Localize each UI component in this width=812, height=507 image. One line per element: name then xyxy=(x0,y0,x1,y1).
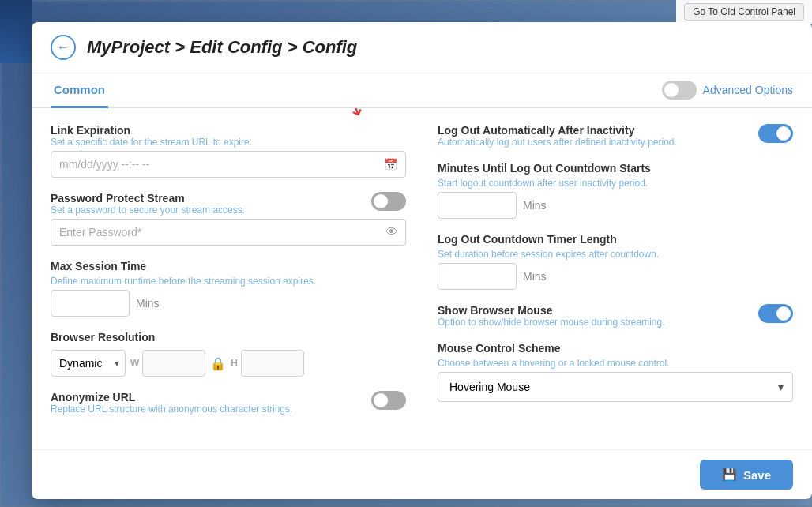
height-input[interactable]: 1080 xyxy=(241,350,304,377)
width-input[interactable]: 1920 xyxy=(142,350,205,377)
anonymize-url-desc: Replace URL structure with anonymous cha… xyxy=(51,404,292,415)
countdown-timer-unit: Mins xyxy=(523,270,547,283)
show-browser-mouse-slider xyxy=(758,304,793,323)
advanced-options-slider xyxy=(662,81,697,100)
logout-inactivity-group: Log Out Automatically After Inactivity A… xyxy=(438,124,793,148)
password-protect-labels: Password Protect Stream Set a password t… xyxy=(51,192,245,216)
countdown-timer-group: Log Out Countdown Timer Length Set durat… xyxy=(438,233,793,290)
countdown-timer-input-row: 1 Mins xyxy=(438,263,793,290)
advanced-options-label: Advanced Options xyxy=(703,84,793,96)
resolution-select-wrapper: Dynamic Custom xyxy=(51,350,126,377)
logout-inactivity-toggle[interactable] xyxy=(758,124,793,143)
minutes-logout-group: Minutes Until Log Out Countdown Starts S… xyxy=(438,162,793,219)
anonymize-url-header: Anonymize URL Replace URL structure with… xyxy=(51,391,406,415)
advanced-options-toggle[interactable]: Advanced Options xyxy=(662,81,793,100)
breadcrumb-sep1: > xyxy=(170,37,190,57)
breadcrumb-section: Edit Config xyxy=(190,37,282,57)
password-protect-group: Password Protect Stream Set a password t… xyxy=(51,192,406,246)
old-panel-button[interactable]: Go To Old Control Panel xyxy=(684,3,804,21)
max-session-input[interactable]: 15 xyxy=(51,290,130,317)
back-button[interactable]: ← xyxy=(51,35,76,60)
breadcrumb-sep2: > xyxy=(283,37,303,57)
left-column: Link Expiration Set a specific date for … xyxy=(51,124,406,434)
anonymize-url-label: Anonymize URL xyxy=(51,391,292,404)
red-arrow-indicator: ↘ xyxy=(342,108,370,122)
breadcrumb-page: Config xyxy=(303,37,358,57)
height-label: H xyxy=(231,358,238,369)
show-browser-mouse-labels: Show Browser Mouse Option to show/hide b… xyxy=(438,304,664,328)
show-browser-mouse-group: Show Browser Mouse Option to show/hide b… xyxy=(438,304,793,328)
password-protect-header: Password Protect Stream Set a password t… xyxy=(51,192,406,216)
breadcrumb: MyProject > Edit Config > Config xyxy=(87,37,357,58)
eye-icon[interactable]: 👁 xyxy=(385,225,398,239)
width-input-item: W 1920 xyxy=(130,350,205,377)
minutes-logout-input-row: 5 Mins xyxy=(438,192,793,219)
anonymize-url-slider xyxy=(371,391,406,410)
modal-header: ← MyProject > Edit Config > Config xyxy=(32,22,812,73)
minutes-logout-label: Minutes Until Log Out Countdown Starts xyxy=(438,162,793,175)
minutes-logout-input[interactable]: 5 xyxy=(438,192,517,219)
max-session-input-row: 15 Mins xyxy=(51,290,406,317)
link-expiration-date-input[interactable]: mm/dd/yyyy --:-- -- 📅 xyxy=(51,151,406,178)
password-protect-label: Password Protect Stream xyxy=(51,192,245,205)
mouse-control-select[interactable]: Hovering Mouse Locked Mouse xyxy=(438,372,793,402)
password-input[interactable] xyxy=(51,219,406,246)
save-label: Save xyxy=(743,468,771,482)
link-expiration-labels: Link Expiration Set a specific date for … xyxy=(51,124,252,148)
sidebar-logo-bg xyxy=(0,0,32,63)
countdown-timer-label: Log Out Countdown Timer Length xyxy=(438,233,793,246)
countdown-timer-input[interactable]: 1 xyxy=(438,263,517,290)
password-protect-toggle[interactable] xyxy=(371,192,406,211)
logout-inactivity-label: Log Out Automatically After Inactivity xyxy=(438,124,677,137)
anonymize-url-toggle[interactable] xyxy=(371,391,406,410)
link-expiration-header: Link Expiration Set a specific date for … xyxy=(51,124,406,148)
mouse-control-desc: Choose between a hovering or a locked mo… xyxy=(438,358,793,369)
max-session-label: Max Session Time xyxy=(51,260,406,272)
logout-inactivity-header: Log Out Automatically After Inactivity A… xyxy=(438,124,793,148)
link-expiration-group: Link Expiration Set a specific date for … xyxy=(51,124,406,178)
logout-inactivity-desc: Automatically log out users after define… xyxy=(438,137,677,148)
link-expiration-desc: Set a specific date for the stream URL t… xyxy=(51,137,252,148)
show-browser-mouse-toggle[interactable] xyxy=(758,304,793,323)
right-column: Log Out Automatically After Inactivity A… xyxy=(438,124,793,434)
logout-inactivity-labels: Log Out Automatically After Inactivity A… xyxy=(438,124,677,148)
modal-tabs: Common Advanced Options xyxy=(32,73,812,108)
resolution-select[interactable]: Dynamic Custom xyxy=(51,350,126,377)
mouse-control-label: Mouse Control Scheme xyxy=(438,342,793,355)
lock-icon: 🔒 xyxy=(210,356,226,371)
resolution-row: Dynamic Custom W 1920 🔒 H 1080 xyxy=(51,350,406,377)
countdown-timer-desc: Set duration before session expires afte… xyxy=(438,249,793,260)
modal-footer: 💾 Save xyxy=(32,449,812,499)
show-browser-mouse-desc: Option to show/hide browser mouse during… xyxy=(438,317,664,328)
logout-inactivity-slider xyxy=(758,124,793,143)
password-protect-slider xyxy=(371,192,406,211)
password-protect-desc: Set a password to secure your stream acc… xyxy=(51,205,245,216)
date-placeholder: mm/dd/yyyy --:-- -- xyxy=(59,158,149,171)
config-modal: ← MyProject > Edit Config > Config Commo… xyxy=(32,22,812,499)
tab-common[interactable]: Common xyxy=(51,73,108,108)
calendar-icon: 📅 xyxy=(384,158,397,171)
max-session-group: Max Session Time Define maximum runtime … xyxy=(51,260,406,317)
top-bar: Go To Old Control Panel xyxy=(676,0,812,24)
minutes-logout-desc: Start logout countdown after user inacti… xyxy=(438,178,793,189)
show-browser-mouse-label: Show Browser Mouse xyxy=(438,304,664,317)
save-button[interactable]: 💾 Save xyxy=(700,460,793,490)
max-session-desc: Define maximum runtime before the stream… xyxy=(51,276,406,287)
password-input-wrapper: 👁 xyxy=(51,219,406,246)
browser-resolution-group: Browser Resolution Dynamic Custom W 1920… xyxy=(51,331,406,377)
anonymize-url-labels: Anonymize URL Replace URL structure with… xyxy=(51,391,292,415)
height-input-item: H 1080 xyxy=(231,350,304,377)
modal-body: Link Expiration Set a specific date for … xyxy=(32,108,812,449)
minutes-logout-unit: Mins xyxy=(523,199,547,212)
anonymize-url-group: Anonymize URL Replace URL structure with… xyxy=(51,391,406,415)
browser-resolution-label: Browser Resolution xyxy=(51,331,406,344)
mouse-control-select-wrapper: Hovering Mouse Locked Mouse xyxy=(438,372,793,402)
mouse-control-group: Mouse Control Scheme Choose between a ho… xyxy=(438,342,793,402)
link-expiration-label: Link Expiration xyxy=(51,124,252,137)
advanced-options-toggle-switch[interactable] xyxy=(662,81,697,100)
save-icon: 💾 xyxy=(722,468,737,482)
show-browser-mouse-header: Show Browser Mouse Option to show/hide b… xyxy=(438,304,793,328)
width-label: W xyxy=(130,358,139,369)
max-session-unit: Mins xyxy=(136,297,160,310)
breadcrumb-project: MyProject xyxy=(87,37,170,57)
